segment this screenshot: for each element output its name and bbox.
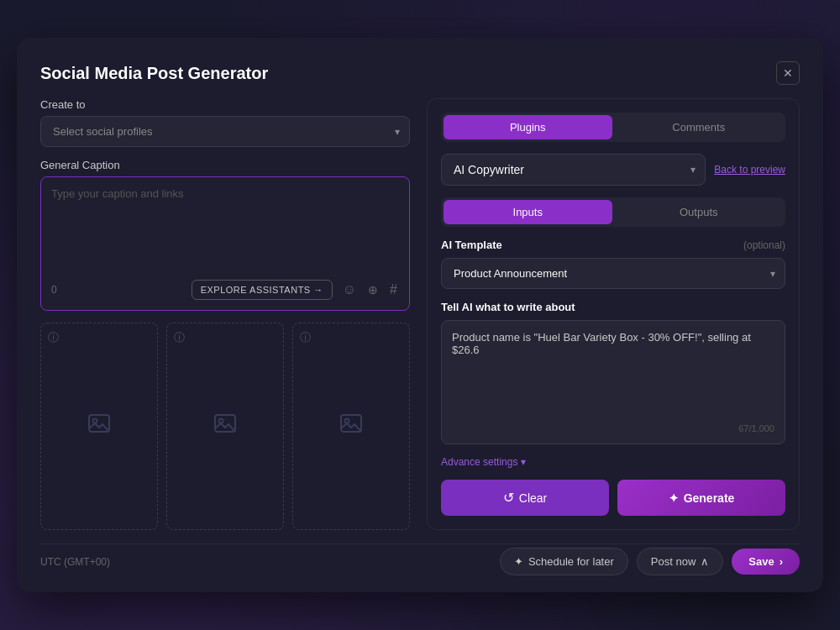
social-profiles-wrapper: Select social profiles ▾ [40, 116, 410, 147]
clear-button[interactable]: ↺ Clear [441, 480, 609, 516]
general-caption-section: General Caption 0 EXPLORE ASSISTANTS → ☺… [40, 159, 410, 311]
tell-ai-char-count: 67/1,000 [452, 423, 774, 433]
tab-comments[interactable]: Comments [615, 115, 784, 139]
image-icon-1 [86, 410, 113, 443]
social-profiles-select[interactable]: Select social profiles [40, 116, 410, 147]
close-button[interactable]: ✕ [776, 61, 800, 85]
chevron-up-icon: ∧ [701, 555, 709, 568]
emoji-button[interactable]: ☺ [341, 281, 358, 299]
sub-tab-outputs[interactable]: Outputs [615, 200, 784, 224]
ai-icon: ⊕ [368, 283, 378, 297]
svg-point-3 [219, 419, 223, 423]
ai-button[interactable]: ⊕ [366, 281, 380, 299]
advance-settings-button[interactable]: Advance settings ▾ [441, 456, 785, 468]
right-panel: Plugins Comments AI Copywriter ▾ Back to… [427, 98, 800, 530]
schedule-button[interactable]: ✦ Schedule for later [500, 548, 628, 575]
hashtag-button[interactable]: # [388, 281, 399, 299]
caption-textarea[interactable] [51, 187, 399, 273]
modal-container: Social Media Post Generator ✕ Create to … [17, 38, 823, 592]
plugin-select-wrapper: AI Copywriter ▾ [441, 154, 706, 186]
create-to-label: Create to [40, 98, 410, 111]
explore-assistants-button[interactable]: EXPLORE ASSISTANTS → [192, 280, 333, 300]
general-caption-label: General Caption [40, 159, 410, 171]
modal-header: Social Media Post Generator ✕ [40, 61, 800, 85]
tell-ai-textarea[interactable] [452, 331, 774, 420]
modal-title: Social Media Post Generator [40, 64, 268, 83]
tab-plugins[interactable]: Plugins [444, 115, 612, 139]
image-icon-3 [338, 410, 365, 443]
chevron-right-icon: › [780, 555, 783, 568]
sub-tab-bar: Inputs Outputs [441, 197, 785, 227]
create-to-section: Create to Select social profiles ▾ [40, 98, 410, 147]
schedule-icon: ✦ [514, 555, 523, 568]
sub-tab-inputs[interactable]: Inputs [444, 200, 612, 224]
tell-ai-textarea-wrapper: 67/1,000 [441, 320, 785, 444]
tell-ai-section: Tell AI what to write about 67/1,000 [441, 301, 785, 444]
left-panel: Create to Select social profiles ▾ Gener… [40, 98, 410, 530]
modal-footer: UTC (GMT+00) ✦ Schedule for later Post n… [40, 543, 800, 575]
media-cell-3[interactable]: ⓘ [292, 323, 410, 530]
chevron-down-small-icon: ▾ [521, 456, 526, 468]
generate-icon: ✦ [669, 491, 679, 505]
timezone-label: UTC (GMT+00) [40, 556, 110, 568]
caption-wrapper: 0 EXPLORE ASSISTANTS → ☺ ⊕ # [40, 176, 410, 311]
generate-button[interactable]: ✦ Generate [617, 480, 785, 516]
media-cell-2[interactable]: ⓘ [166, 323, 284, 530]
save-button[interactable]: Save › [732, 549, 800, 575]
refresh-icon: ↺ [503, 490, 514, 506]
action-buttons: ↺ Clear ✦ Generate [441, 480, 785, 516]
ai-template-header: AI Template (optional) [441, 239, 785, 251]
hashtag-icon: # [390, 282, 397, 297]
ai-template-label: AI Template [441, 239, 502, 251]
plugin-select[interactable]: AI Copywriter [441, 154, 706, 186]
template-select-wrapper: Product Announcement ▾ [441, 258, 785, 289]
image-icon-2 [212, 410, 239, 443]
optional-tag: (optional) [743, 239, 785, 251]
media-cell-1[interactable]: ⓘ [40, 323, 158, 530]
caption-actions: EXPLORE ASSISTANTS → ☺ ⊕ # [192, 280, 399, 300]
caption-footer: 0 EXPLORE ASSISTANTS → ☺ ⊕ # [51, 280, 399, 300]
info-icon-1: ⓘ [48, 330, 59, 345]
svg-point-5 [345, 419, 349, 423]
back-to-preview-button[interactable]: Back to preview [714, 164, 785, 176]
info-icon-3: ⓘ [300, 330, 311, 345]
modal-body: Create to Select social profiles ▾ Gener… [40, 98, 800, 530]
ai-template-section: AI Template (optional) Product Announcem… [441, 239, 785, 289]
svg-point-1 [93, 419, 97, 423]
char-count: 0 [51, 284, 57, 296]
plugin-selector-row: AI Copywriter ▾ Back to preview [441, 154, 785, 186]
tell-ai-label: Tell AI what to write about [441, 301, 785, 313]
template-select[interactable]: Product Announcement [441, 258, 785, 289]
media-grid: ⓘ ⓘ [40, 323, 410, 530]
info-icon-2: ⓘ [174, 330, 185, 345]
post-now-button[interactable]: Post now ∧ [637, 548, 723, 575]
top-tab-bar: Plugins Comments [441, 113, 785, 142]
emoji-icon: ☺ [343, 282, 356, 297]
